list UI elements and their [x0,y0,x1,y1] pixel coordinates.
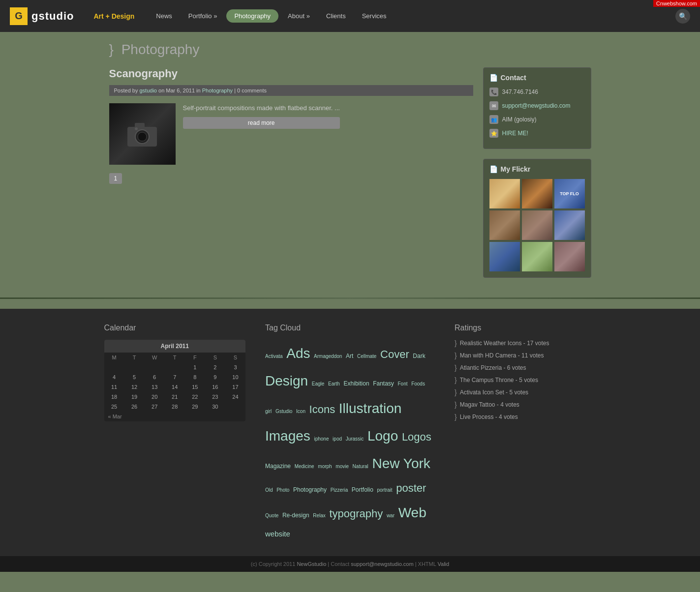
tag-link[interactable]: Activata [265,354,283,359]
tag-link[interactable]: Cover [380,348,409,360]
tag-link[interactable]: Cellmate [357,354,376,359]
cal-day[interactable]: 30 [205,402,225,412]
nav-clients[interactable]: Clients [319,9,353,23]
flickr-thumb-8[interactable] [522,242,552,271]
tag-link[interactable]: ipod [333,436,342,442]
flickr-thumb-5[interactable] [522,210,552,240]
tag-link[interactable]: Design [265,373,308,388]
cal-day[interactable]: 13 [145,382,165,392]
cal-day[interactable]: 21 [165,392,185,402]
cal-day[interactable]: 23 [205,392,225,402]
tag-link[interactable]: Medicine [295,464,314,469]
tag-link[interactable]: Armageddon [314,354,342,359]
flickr-thumb-7[interactable] [489,242,520,271]
cal-day[interactable]: 1 [185,362,205,372]
post-category-link[interactable]: Photography [202,88,233,93]
tag-link[interactable]: poster [396,482,426,494]
flickr-thumb-3[interactable]: TOP FLO [554,179,585,208]
cal-day[interactable]: 9 [205,372,225,382]
tag-link[interactable]: Exhibition [344,380,369,387]
tag-link[interactable]: Web [398,505,426,520]
cal-day[interactable]: 10 [225,372,245,382]
tag-link[interactable]: iphone [314,436,329,442]
site-name-link[interactable]: NewGstudio [297,561,326,567]
cal-day[interactable]: 5 [124,372,145,382]
cal-day[interactable]: 27 [145,402,165,412]
cal-day[interactable]: 26 [124,402,145,412]
cal-day[interactable]: 4 [104,372,124,382]
tag-link[interactable]: Photo [276,487,289,493]
cal-day[interactable]: 25 [104,402,124,412]
tag-link[interactable]: New York [372,456,430,471]
nav-news[interactable]: News [149,9,179,23]
post-author-link[interactable]: gstudio [139,88,156,93]
cal-day[interactable]: 24 [225,392,245,402]
contact-hire[interactable]: ⭐ HIRE ME! [489,129,585,138]
valid-link[interactable]: Valid [438,561,450,567]
tag-link[interactable]: Relax [313,513,326,518]
cal-day[interactable]: 2 [205,362,225,372]
pagination-page-1[interactable]: 1 [109,173,122,184]
flickr-thumb-9[interactable] [554,242,585,271]
tag-link[interactable]: Logos [402,431,431,443]
cal-day[interactable]: 18 [104,392,124,402]
tag-link[interactable]: war [387,513,395,518]
cal-day[interactable]: 22 [185,392,205,402]
tag-link[interactable]: Earth [328,381,340,386]
tag-link[interactable]: Illustration [339,401,402,416]
tag-link[interactable]: morph [318,464,332,469]
tag-link[interactable]: girl [265,409,272,414]
email-link[interactable]: support@newgstudio.com [351,561,413,567]
logo[interactable]: G gstudio [10,7,74,25]
cal-day[interactable]: 7 [165,372,185,382]
nav-about[interactable]: About » [281,9,317,23]
tag-link[interactable]: Magazine [265,463,291,470]
contact-email-link[interactable]: support@newgstudio.com [502,102,571,109]
nav-portfolio[interactable]: Portfolio » [182,9,224,23]
tag-link[interactable]: Fantasy [373,380,394,387]
tag-link[interactable]: Old [265,487,273,493]
cal-day[interactable]: 12 [124,382,145,392]
cal-day[interactable]: 20 [145,392,165,402]
cal-day[interactable]: 11 [104,382,124,392]
cal-day[interactable]: 17 [225,382,245,392]
cal-day[interactable]: 8 [185,372,205,382]
tag-link[interactable]: Logo [367,428,398,444]
tag-link[interactable]: Icons [309,403,335,415]
tag-link[interactable]: Foods [411,381,425,386]
nav-photography[interactable]: Photography [226,9,278,23]
tag-link[interactable]: Ads [286,346,310,361]
cal-day[interactable]: 29 [185,402,205,412]
tag-link[interactable]: Art [346,353,353,359]
tag-link[interactable]: Portfolio [352,486,373,493]
tag-link[interactable]: Gstudio [275,409,292,414]
nav-services[interactable]: Services [355,9,394,23]
tag-link[interactable]: movie [335,464,349,469]
tag-link[interactable]: typography [329,507,383,520]
tag-link[interactable]: Eagle [312,381,325,386]
tag-link[interactable]: Quote [265,513,278,518]
tag-link[interactable]: Re-design [282,512,309,519]
cal-day[interactable]: 16 [205,382,225,392]
tag-link[interactable]: Images [265,428,310,444]
tag-link[interactable]: Pizzeria [331,487,348,493]
cal-day[interactable]: 6 [145,372,165,382]
tag-link[interactable]: Jurassic [346,436,364,442]
flickr-thumb-4[interactable] [489,210,520,240]
calendar-prev[interactable]: « Mar [104,412,126,421]
hire-me-link[interactable]: HIRE ME! [502,130,528,137]
flickr-thumb-1[interactable] [489,179,520,208]
tag-link[interactable]: Font [398,381,408,386]
search-button[interactable]: 🔍 [675,9,690,24]
flickr-thumb-2[interactable] [522,179,552,208]
cal-day[interactable]: 19 [124,392,145,402]
cal-day[interactable]: 15 [185,382,205,392]
tag-link[interactable]: portrait [377,487,393,493]
cal-day[interactable]: 3 [225,362,245,372]
flickr-thumb-6[interactable] [554,210,585,240]
cal-day[interactable]: 14 [165,382,185,392]
tag-link[interactable]: Icon [296,409,305,414]
read-more-button[interactable]: read more [183,117,340,129]
tag-link[interactable]: Natural [353,464,368,469]
tag-link[interactable]: website [265,530,290,538]
